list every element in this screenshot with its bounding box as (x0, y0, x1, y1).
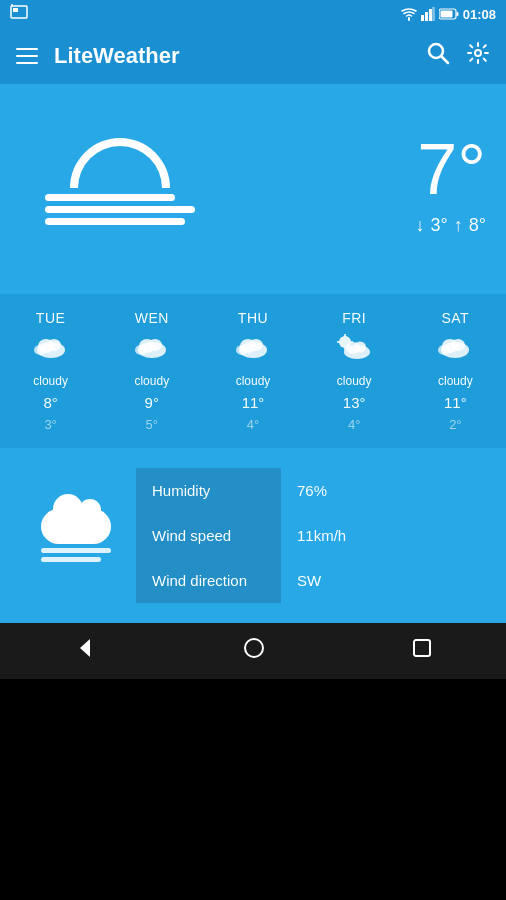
forecast-day-wen: WEN cloudy 9° 5° (112, 310, 192, 432)
main-weather-icon (20, 138, 220, 230)
day-condition-thu: cloudy (236, 374, 271, 388)
svg-point-32 (354, 342, 366, 353)
day-high-wen: 9° (145, 394, 159, 411)
fog-line-3 (45, 218, 185, 225)
menu-button[interactable] (16, 48, 38, 64)
forecast-row: TUE cloudy 8° 3° WEN (0, 310, 506, 432)
svg-point-15 (47, 339, 61, 351)
day-low-tue: 3° (44, 417, 56, 432)
temperature-section: 7° ↓ 3° ↑ 8° (416, 133, 486, 236)
battery-icon (439, 8, 459, 20)
svg-point-12 (475, 50, 481, 56)
fog-detail-line-2 (41, 557, 101, 562)
day-condition-fri: cloudy (337, 374, 372, 388)
svg-point-23 (249, 339, 263, 351)
svg-rect-5 (429, 9, 432, 21)
wind-speed-value: 11km/h (281, 513, 362, 558)
forecast-day-thu: THU cloudy 11° 4° (213, 310, 293, 432)
day-condition-wen: cloudy (134, 374, 169, 388)
wifi-icon (401, 7, 417, 21)
svg-marker-37 (80, 639, 90, 657)
wind-direction-value: SW (281, 558, 337, 603)
forecast-day-sat: SAT cloudy 11° 2° (415, 310, 495, 432)
svg-rect-8 (456, 12, 458, 16)
humidity-row: Humidity 76% (136, 468, 490, 513)
day-icon-thu (234, 332, 272, 368)
main-weather-section: 7° ↓ 3° ↑ 8° (0, 84, 506, 294)
day-label-sat: SAT (441, 310, 469, 326)
details-section: Humidity 76% Wind speed 11km/h Wind dire… (0, 448, 506, 623)
up-arrow-icon: ↑ (454, 215, 463, 236)
humidity-value: 76% (281, 468, 343, 513)
nav-bar (0, 623, 506, 679)
svg-rect-4 (425, 12, 428, 21)
day-condition-tue: cloudy (33, 374, 68, 388)
signal-icon (421, 7, 435, 21)
main-temperature: 7° (416, 133, 486, 205)
day-high-fri: 13° (343, 394, 366, 411)
details-weather-icon (16, 509, 136, 562)
cloud-fog-composite-icon (41, 509, 111, 562)
day-high-sat: 11° (444, 394, 467, 411)
cloud-shape (41, 509, 111, 544)
back-button[interactable] (74, 637, 96, 665)
svg-point-36 (438, 345, 450, 355)
fog-detail-line-1 (41, 548, 111, 553)
svg-point-19 (148, 339, 162, 351)
status-icons: 01:08 (401, 7, 496, 22)
svg-rect-6 (432, 7, 435, 21)
day-label-thu: THU (238, 310, 268, 326)
day-icon-sat (436, 332, 474, 368)
day-high-thu: 11° (242, 394, 265, 411)
recents-button[interactable] (412, 638, 432, 664)
app-title: LiteWeather (54, 43, 410, 69)
svg-rect-1 (13, 8, 18, 12)
fog-lines (41, 548, 111, 562)
svg-point-35 (451, 339, 465, 351)
fog-arc (70, 138, 170, 188)
search-button[interactable] (426, 41, 450, 71)
svg-rect-39 (414, 640, 430, 656)
status-bar: 01:08 (0, 0, 506, 28)
status-bar-left (10, 4, 28, 24)
svg-point-16 (34, 345, 46, 355)
fog-line-2 (45, 206, 195, 213)
details-table: Humidity 76% Wind speed 11km/h Wind dire… (136, 468, 490, 603)
down-arrow-icon: ↓ (416, 215, 425, 236)
day-low-sat: 2° (449, 417, 461, 432)
svg-point-24 (236, 345, 248, 355)
day-icon-wen (133, 332, 171, 368)
day-low-fri: 4° (348, 417, 360, 432)
svg-rect-3 (421, 15, 424, 21)
wind-direction-label: Wind direction (136, 558, 281, 603)
day-label-tue: TUE (36, 310, 66, 326)
temp-max: 8° (469, 215, 486, 236)
ham-line-2 (16, 55, 38, 57)
status-time: 01:08 (463, 7, 496, 22)
wind-direction-row: Wind direction SW (136, 558, 490, 603)
svg-line-11 (442, 57, 449, 64)
svg-rect-9 (440, 11, 452, 18)
humidity-label: Humidity (136, 468, 281, 513)
ham-line-1 (16, 48, 38, 50)
wind-speed-row: Wind speed 11km/h (136, 513, 490, 558)
day-icon-fri (335, 332, 373, 368)
forecast-day-tue: TUE cloudy 8° 3° (11, 310, 91, 432)
svg-point-38 (245, 639, 263, 657)
ham-line-3 (16, 62, 38, 64)
settings-button[interactable] (466, 41, 490, 71)
wind-speed-label: Wind speed (136, 513, 281, 558)
forecast-day-fri: FRI cloudy 13° 4° (314, 310, 394, 432)
day-condition-sat: cloudy (438, 374, 473, 388)
home-button[interactable] (243, 637, 265, 665)
day-high-tue: 8° (43, 394, 57, 411)
top-bar: LiteWeather (0, 28, 506, 84)
day-icon-tue (32, 332, 70, 368)
day-label-fri: FRI (342, 310, 366, 326)
day-low-thu: 4° (247, 417, 259, 432)
svg-point-20 (135, 345, 147, 355)
forecast-section: TUE cloudy 8° 3° WEN (0, 294, 506, 448)
temp-min: 3° (431, 215, 448, 236)
fog-line-1 (45, 194, 175, 201)
fog-icon (45, 138, 195, 230)
